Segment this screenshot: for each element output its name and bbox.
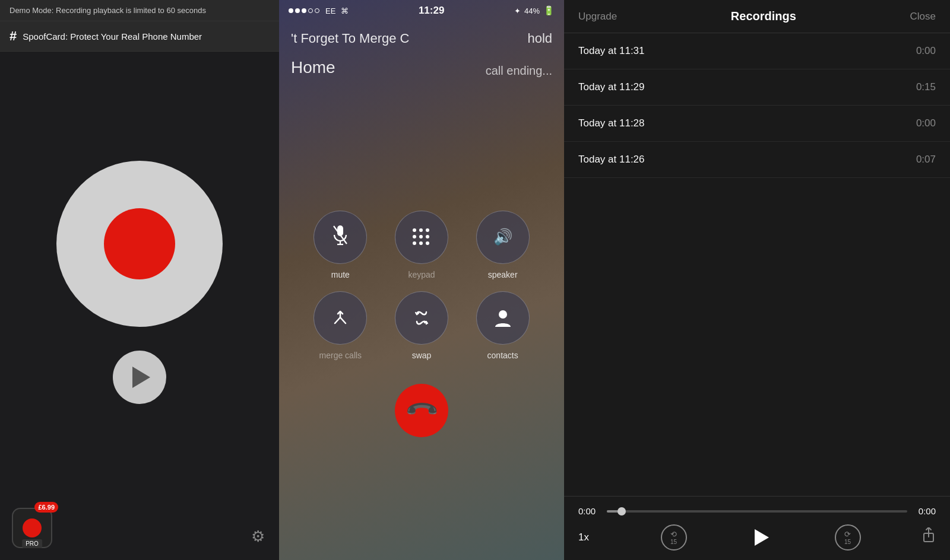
contacts-circle xyxy=(476,291,530,345)
play-triangle-icon xyxy=(132,367,150,388)
keypad-circle xyxy=(395,211,448,264)
recording-item[interactable]: Today at 11:29 0:15 xyxy=(564,69,950,106)
spoofcard-label: SpoofCard: Protect Your Real Phone Numbe… xyxy=(23,31,202,42)
forward-icon: ⟳ xyxy=(844,530,851,539)
record-dot xyxy=(104,208,175,279)
play-control-button[interactable] xyxy=(748,524,774,551)
speaker-icon: 🔊 xyxy=(493,228,512,246)
svg-point-4 xyxy=(499,310,507,319)
end-call-icon: 📞 xyxy=(403,392,440,429)
settings-button[interactable]: ⚙ xyxy=(251,527,265,546)
progress-row: 0:00 0:00 xyxy=(578,506,936,516)
price-badge: £6.99 xyxy=(34,502,58,513)
time-display: 11:29 xyxy=(419,5,444,17)
bottom-left: £6.99 PRO xyxy=(12,508,52,548)
pro-badge[interactable]: £6.99 PRO xyxy=(12,508,52,548)
call-ending-label: call ending... xyxy=(486,64,552,78)
call-name-area: 't Forget To Merge C Home xyxy=(291,31,409,78)
signal-dot-1 xyxy=(289,8,293,13)
merge-circle xyxy=(314,291,367,345)
home-label: Home xyxy=(291,58,409,77)
forward-label: 15 xyxy=(844,539,851,545)
close-button[interactable]: Close xyxy=(910,11,936,23)
keypad-button[interactable]: keypad xyxy=(390,211,454,279)
call-label: 't Forget To Merge C xyxy=(291,31,409,46)
upgrade-button[interactable]: Upgrade xyxy=(578,11,617,23)
status-right: ✦ 44% 🔋 xyxy=(514,5,555,16)
time-end: 0:00 xyxy=(914,506,936,516)
keypad-icon xyxy=(413,228,430,246)
mute-button[interactable]: mute xyxy=(309,211,372,279)
end-call-button[interactable]: 📞 xyxy=(395,384,448,437)
recording-item[interactable]: Today at 11:28 0:00 xyxy=(564,106,950,142)
hash-icon: # xyxy=(10,28,17,44)
merge-calls-label: merge calls xyxy=(319,351,362,360)
recordings-title: Recordings xyxy=(731,9,796,23)
contacts-label: contacts xyxy=(487,351,518,360)
signal-dot-2 xyxy=(295,8,300,13)
right-panel: Upgrade Recordings Close Today at 11:31 … xyxy=(564,0,950,560)
signal-dots xyxy=(289,8,319,13)
demo-banner-text: Demo Mode: Recording playback is limited… xyxy=(10,6,206,15)
battery-icon: 🔋 xyxy=(543,5,555,16)
player-controls: 1x ⟲ 15 ⟳ 15 xyxy=(578,524,936,551)
time-start: 0:00 xyxy=(578,506,600,516)
mute-label: mute xyxy=(331,270,350,279)
status-left: EE ⌘ xyxy=(289,7,349,15)
pro-label: PRO xyxy=(22,539,42,548)
record-area xyxy=(0,52,279,560)
recordings-list: Today at 11:31 0:00Today at 11:29 0:15To… xyxy=(564,33,950,496)
call-buttons-area: mute keypad 🔊 speaker xyxy=(279,87,564,560)
record-button[interactable] xyxy=(56,161,223,327)
recording-duration: 0:07 xyxy=(916,154,936,166)
player-area: 0:00 0:00 1x ⟲ 15 ⟳ 15 xyxy=(564,496,950,560)
recordings-header: Upgrade Recordings Close xyxy=(564,0,950,33)
rewind-button[interactable]: ⟲ 15 xyxy=(661,524,687,551)
recording-time: Today at 11:28 xyxy=(578,117,645,129)
rewind-label: 15 xyxy=(670,539,677,545)
speed-button[interactable]: 1x xyxy=(578,532,600,543)
recording-time: Today at 11:29 xyxy=(578,81,645,93)
recording-time: Today at 11:26 xyxy=(578,154,645,166)
status-bar: EE ⌘ 11:29 ✦ 44% 🔋 xyxy=(279,0,564,21)
mute-mic-icon xyxy=(332,224,349,250)
phone-screen: EE ⌘ 11:29 ✦ 44% 🔋 't Forget To Merge C … xyxy=(279,0,564,560)
merge-calls-button[interactable]: merge calls xyxy=(309,291,372,360)
swap-label: swap xyxy=(412,351,432,360)
spoofcard-bar[interactable]: # SpoofCard: Protect Your Real Phone Num… xyxy=(0,21,279,52)
recording-duration: 0:00 xyxy=(916,45,936,57)
recording-item[interactable]: Today at 11:26 0:07 xyxy=(564,142,950,178)
wifi-icon: ⌘ xyxy=(341,7,349,15)
rewind-icon: ⟲ xyxy=(670,530,677,539)
recording-item[interactable]: Today at 11:31 0:00 xyxy=(564,33,950,69)
bluetooth-icon: ✦ xyxy=(514,7,521,15)
signal-dot-3 xyxy=(302,8,306,13)
contacts-button[interactable]: contacts xyxy=(471,291,534,360)
progress-bar[interactable] xyxy=(607,510,907,513)
forward-button[interactable]: ⟳ 15 xyxy=(835,524,861,551)
call-status-right: hold call ending... xyxy=(486,31,552,78)
play-button[interactable] xyxy=(113,351,166,404)
hold-label: hold xyxy=(486,31,552,46)
call-grid: mute keypad 🔊 speaker xyxy=(309,211,534,360)
signal-dot-4 xyxy=(308,8,313,13)
signal-dot-5 xyxy=(315,8,319,13)
swap-circle xyxy=(395,291,448,345)
left-panel: Demo Mode: Recording playback is limited… xyxy=(0,0,279,560)
speaker-circle: 🔊 xyxy=(476,211,530,264)
mute-circle xyxy=(314,211,367,264)
recording-duration: 0:15 xyxy=(916,81,936,93)
demo-banner: Demo Mode: Recording playback is limited… xyxy=(0,0,279,21)
battery-label: 44% xyxy=(524,7,540,15)
speaker-label: speaker xyxy=(488,270,518,279)
pro-inner-dot xyxy=(23,518,42,537)
recording-time: Today at 11:31 xyxy=(578,45,645,57)
keypad-label: keypad xyxy=(408,270,435,279)
call-info: 't Forget To Merge C Home hold call endi… xyxy=(279,21,564,87)
play-ctrl-icon xyxy=(755,529,769,546)
carrier-label: EE xyxy=(325,7,335,15)
swap-button[interactable]: swap xyxy=(390,291,454,360)
share-button[interactable] xyxy=(922,527,936,548)
speaker-button[interactable]: 🔊 speaker xyxy=(471,211,534,279)
progress-thumb[interactable] xyxy=(618,507,626,516)
